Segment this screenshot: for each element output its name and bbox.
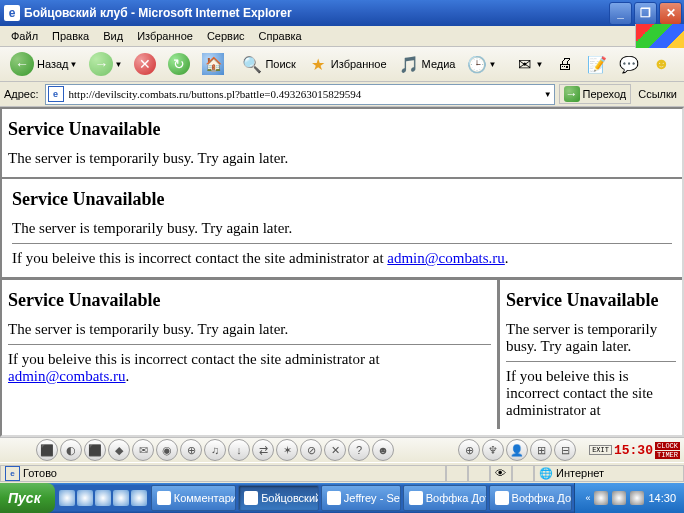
address-input[interactable] <box>67 87 543 101</box>
edit-button[interactable]: 📝 <box>581 51 613 77</box>
clock-mode-timer[interactable]: TIMER <box>655 451 680 459</box>
ql-app-icon[interactable] <box>131 490 147 506</box>
ql-app-icon[interactable] <box>95 490 111 506</box>
game-icon-12[interactable]: ⊘ <box>300 439 322 461</box>
messenger-icon: ☻ <box>651 54 671 74</box>
page-icon: e <box>5 466 20 481</box>
game-icon-9[interactable]: ↓ <box>228 439 250 461</box>
tray-icon[interactable] <box>612 491 626 505</box>
taskbar-task[interactable]: Бойцовский ... <box>238 485 319 511</box>
forward-arrow-icon: → <box>89 52 113 76</box>
status-ready-pane: e Готово <box>0 465 446 482</box>
ql-ie-icon[interactable] <box>59 490 75 506</box>
refresh-icon: ↻ <box>168 53 190 75</box>
icq-button[interactable]: ✿ <box>677 51 684 77</box>
menu-favorites[interactable]: Избранное <box>130 28 200 44</box>
favorites-button[interactable]: ★Избранное <box>302 51 393 77</box>
ql-desktop-icon[interactable] <box>77 490 93 506</box>
page-content[interactable]: Service Unavailable The server is tempor… <box>0 107 684 437</box>
task-icon <box>327 491 341 505</box>
tray-icon[interactable] <box>594 491 608 505</box>
menu-edit[interactable]: Правка <box>45 28 96 44</box>
admin-email-link[interactable]: admin@combats.ru <box>8 368 126 384</box>
menu-tools[interactable]: Сервис <box>200 28 252 44</box>
taskbar-task[interactable]: Jeffrey - Sea... <box>321 485 401 511</box>
print-icon: 🖨 <box>555 54 575 74</box>
back-arrow-icon: ← <box>10 52 34 76</box>
taskbar-task[interactable]: Комментарии... <box>151 485 236 511</box>
media-button[interactable]: 🎵Медиа <box>393 51 462 77</box>
game-icon-16[interactable]: ⊕ <box>458 439 480 461</box>
back-button[interactable]: ← Назад ▼ <box>4 49 83 79</box>
tray-expand-icon[interactable]: « <box>585 493 590 503</box>
error-frame-bottom-left: Service Unavailable The server is tempor… <box>2 280 497 429</box>
game-toolbar: ⬛ ◐ ⬛ ◆ ✉ ◉ ⊕ ♫ ↓ ⇄ ✶ ⊘ ✕ ? ☻ ⊕ ♆ 👤 ⊞ ⊟ … <box>0 437 684 462</box>
game-icon-8[interactable]: ♫ <box>204 439 226 461</box>
restore-button[interactable]: ❐ <box>634 2 657 25</box>
taskbar-task[interactable]: Воффка Дот ... <box>403 485 487 511</box>
links-label[interactable]: Ссылки <box>635 88 680 100</box>
menu-help[interactable]: Справка <box>252 28 309 44</box>
go-button[interactable]: → Переход <box>559 84 632 104</box>
print-button[interactable]: 🖨 <box>549 51 581 77</box>
error-busy-text: The server is temporarily busy. Try agai… <box>506 321 676 355</box>
tray-clock[interactable]: 14:30 <box>648 492 676 504</box>
game-icon-11[interactable]: ✶ <box>276 439 298 461</box>
game-icon-13[interactable]: ✕ <box>324 439 346 461</box>
tray-icon[interactable] <box>630 491 644 505</box>
system-tray: « 14:30 <box>574 483 684 513</box>
discuss-icon: 💬 <box>619 54 639 74</box>
address-bar: Адрес: e ▼ → Переход Ссылки <box>0 82 684 107</box>
globe-icon: 🌐 <box>539 467 553 480</box>
messenger-button[interactable]: ☻ <box>645 51 677 77</box>
go-label: Переход <box>583 88 627 100</box>
close-button[interactable]: ✕ <box>659 2 682 25</box>
minimize-button[interactable]: _ <box>609 2 632 25</box>
clock-exit-label[interactable]: EXIT <box>589 445 612 455</box>
game-icon-20[interactable]: ⊟ <box>554 439 576 461</box>
stop-button[interactable]: ✕ <box>128 50 162 78</box>
chevron-down-icon[interactable]: ▼ <box>544 90 552 99</box>
ql-app-icon[interactable] <box>113 490 129 506</box>
refresh-button[interactable]: ↻ <box>162 50 196 78</box>
game-icon-18[interactable]: 👤 <box>506 439 528 461</box>
error-frame-bottom-right: Service Unavailable The server is tempor… <box>497 280 682 429</box>
address-input-wrap[interactable]: e ▼ <box>45 84 555 105</box>
game-icon-15[interactable]: ☻ <box>372 439 394 461</box>
favorites-label: Избранное <box>331 58 387 70</box>
admin-email-link[interactable]: admin@combats.ru <box>387 250 505 266</box>
history-icon: 🕒 <box>467 54 487 74</box>
menu-file[interactable]: Файл <box>4 28 45 44</box>
game-icon-1[interactable]: ⬛ <box>36 439 58 461</box>
home-button[interactable]: 🏠 <box>196 50 230 78</box>
quick-launch <box>59 490 147 506</box>
menu-bar: Файл Правка Вид Избранное Сервис Справка <box>0 26 684 47</box>
game-icon-7[interactable]: ⊕ <box>180 439 202 461</box>
status-pane-empty <box>446 465 468 482</box>
clock-mode-clock[interactable]: CLOCK <box>655 442 680 450</box>
game-icon-19[interactable]: ⊞ <box>530 439 552 461</box>
divider <box>506 361 676 362</box>
start-button[interactable]: Пуск <box>0 483 55 513</box>
history-button[interactable]: 🕒▼ <box>461 51 502 77</box>
task-icon <box>244 491 258 505</box>
window-title: Бойцовский клуб - Microsoft Internet Exp… <box>24 6 609 20</box>
taskbar-task[interactable]: Воффка Дот ... <box>489 485 573 511</box>
discuss-button[interactable]: 💬 <box>613 51 645 77</box>
game-icon-6[interactable]: ◉ <box>156 439 178 461</box>
menu-view[interactable]: Вид <box>96 28 130 44</box>
game-icon-10[interactable]: ⇄ <box>252 439 274 461</box>
home-icon: 🏠 <box>202 53 224 75</box>
error-frame-outer: Service Unavailable The server is tempor… <box>2 109 682 177</box>
mail-button[interactable]: ✉▼ <box>508 51 549 77</box>
forward-button[interactable]: → ▼ <box>83 49 128 79</box>
game-icon-2[interactable]: ◐ <box>60 439 82 461</box>
game-icon-17[interactable]: ♆ <box>482 439 504 461</box>
game-icon-14[interactable]: ? <box>348 439 370 461</box>
game-icon-5[interactable]: ✉ <box>132 439 154 461</box>
search-button[interactable]: 🔍Поиск <box>236 51 301 77</box>
game-icon-4[interactable]: ◆ <box>108 439 130 461</box>
game-icon-3[interactable]: ⬛ <box>84 439 106 461</box>
edit-icon: 📝 <box>587 54 607 74</box>
chevron-down-icon: ▼ <box>488 60 496 69</box>
